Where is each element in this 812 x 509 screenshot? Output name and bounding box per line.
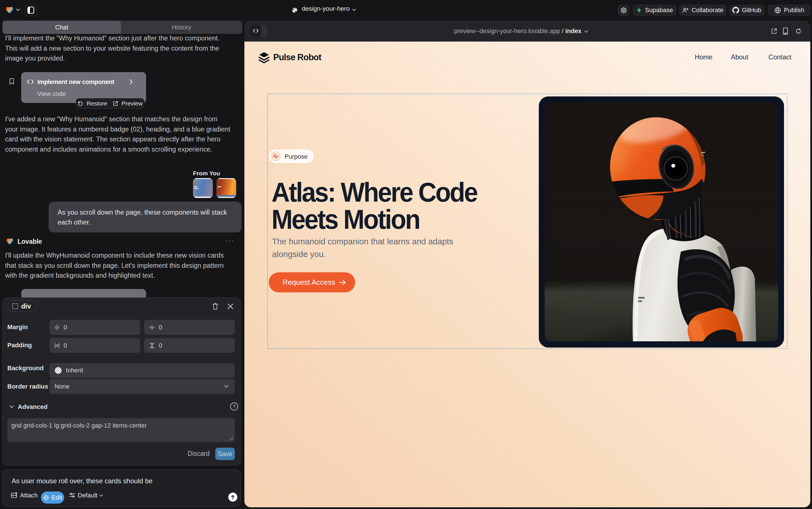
svg-text:?: ? [233, 404, 235, 409]
